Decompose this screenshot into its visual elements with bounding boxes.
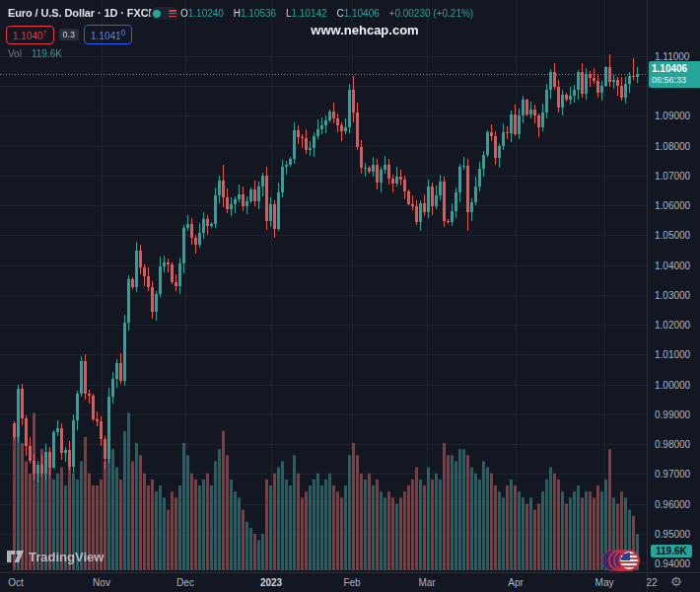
price-tick-label: 1.01000 — [655, 348, 690, 361]
price-tick-label: 1.07000 — [655, 170, 690, 183]
open-label: O — [180, 8, 188, 19]
price-chart-canvas[interactable] — [0, 0, 647, 572]
time-tick-label: Nov — [93, 577, 110, 588]
tradingview-logo-text: TradingView — [29, 550, 104, 564]
price-tick-label: 0.96000 — [655, 498, 690, 511]
chart-status-toggle[interactable] — [150, 7, 179, 20]
buy-ask-button[interactable]: 1.10410 — [84, 25, 132, 44]
low-value: 1.10142 — [291, 8, 326, 19]
volume-axis-badge: 119.6K — [651, 545, 692, 557]
price-tick-label: 1.02000 — [655, 319, 690, 332]
last-price-value: 1.10406 — [652, 63, 699, 75]
price-tick-label: 0.99000 — [655, 408, 690, 421]
sell-bid-button[interactable]: 1.10407 — [6, 26, 54, 44]
market-open-dot-icon — [153, 10, 161, 18]
symbol-title[interactable]: Euro / U.S. Dollar · 1D · FXCM — [8, 7, 158, 19]
high-value: 1.10536 — [241, 8, 276, 19]
tradingview-logo[interactable]: TradingView — [7, 550, 104, 564]
change-value: +0.00230 (+0.21%) — [389, 8, 474, 19]
site-watermark: www.nehcap.com — [311, 23, 418, 37]
time-tick-label: 22 — [646, 577, 657, 588]
usa-flag-icon — [618, 550, 640, 571]
close-value: 1.10406 — [344, 8, 380, 19]
time-tick-label: Feb — [343, 577, 360, 588]
price-tick-label: 1.05000 — [655, 229, 690, 242]
time-tick-label: Apr — [508, 577, 524, 588]
volume-value: 119.6K — [32, 48, 62, 59]
price-tick-label: 1.04000 — [655, 259, 690, 272]
close-label: C — [336, 8, 343, 19]
ohlc-readout: O1.10240 H1.10536 L1.10142 C1.10406 +0.0… — [180, 8, 473, 19]
price-tick-label: 1.08000 — [655, 140, 690, 153]
price-tick-label: 1.06000 — [655, 199, 690, 212]
price-tick-label: 0.95000 — [655, 528, 690, 541]
open-value: 1.10240 — [188, 8, 224, 19]
last-price-badge: 1.10406 06:56:33 — [649, 61, 700, 88]
time-tick-label: 2023 — [260, 577, 282, 588]
bar-countdown: 06:56:33 — [652, 75, 699, 86]
volume-label: Vol — [8, 48, 22, 59]
spread-value: 0.3 — [59, 29, 80, 40]
price-tick-label: 0.98000 — [655, 438, 690, 451]
time-tick-label: Oct — [8, 577, 24, 588]
price-tick-label: 0.94000 — [655, 557, 690, 570]
volume-legend[interactable]: Vol119.6K — [8, 48, 62, 59]
time-axis-separator[interactable] — [0, 572, 700, 573]
tradingview-chart-window: Euro / U.S. Dollar · 1D · FXCM O1.10240 … — [0, 0, 700, 592]
bid-ask-panel: 1.10407 0.3 1.10410 — [6, 25, 132, 44]
price-tick-label: 1.09000 — [655, 110, 690, 122]
nehcap-logo[interactable] — [601, 548, 647, 573]
time-tick-label: Dec — [176, 577, 194, 588]
price-tick-label: 0.97000 — [655, 468, 690, 481]
price-tick-label: 1.00000 — [655, 379, 690, 392]
price-axis-separator[interactable] — [647, 0, 648, 592]
time-tick-label: Mar — [418, 577, 435, 588]
menu-lines-icon — [169, 10, 176, 17]
price-tick-label: 1.03000 — [655, 289, 690, 302]
settings-gear-icon[interactable]: ⚙ — [670, 575, 682, 589]
tradingview-mark-icon — [7, 551, 24, 563]
high-label: H — [234, 8, 241, 19]
time-tick-label: May — [595, 577, 614, 588]
